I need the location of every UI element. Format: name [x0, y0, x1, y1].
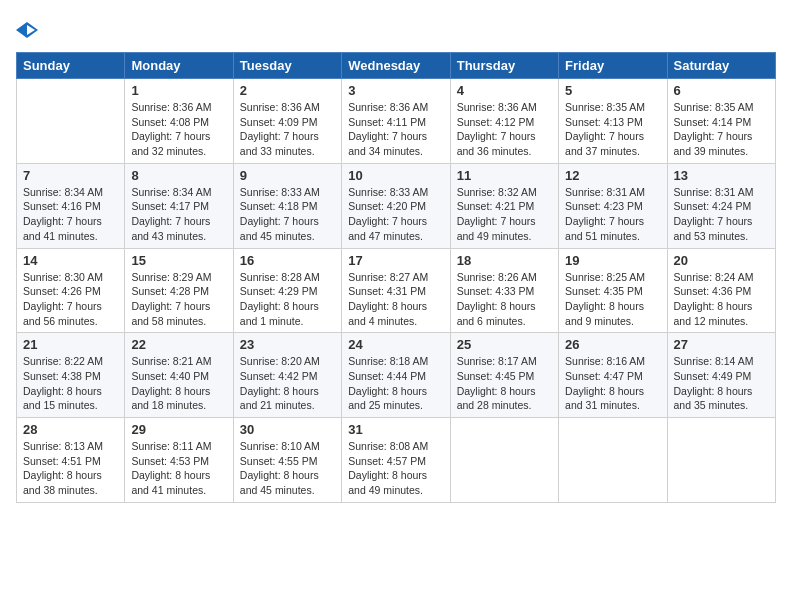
- calendar-cell: 23Sunrise: 8:20 AMSunset: 4:42 PMDayligh…: [233, 333, 341, 418]
- calendar-cell: 8Sunrise: 8:34 AMSunset: 4:17 PMDaylight…: [125, 163, 233, 248]
- logo: [16, 16, 38, 42]
- calendar-cell: 9Sunrise: 8:33 AMSunset: 4:18 PMDaylight…: [233, 163, 341, 248]
- day-number: 4: [457, 83, 552, 98]
- weekday-header-wednesday: Wednesday: [342, 53, 450, 79]
- day-info: Sunrise: 8:36 AMSunset: 4:09 PMDaylight:…: [240, 100, 335, 159]
- calendar-cell: 28Sunrise: 8:13 AMSunset: 4:51 PMDayligh…: [17, 418, 125, 503]
- calendar-cell: 30Sunrise: 8:10 AMSunset: 4:55 PMDayligh…: [233, 418, 341, 503]
- day-number: 24: [348, 337, 443, 352]
- calendar-cell: 2Sunrise: 8:36 AMSunset: 4:09 PMDaylight…: [233, 79, 341, 164]
- calendar-cell: 24Sunrise: 8:18 AMSunset: 4:44 PMDayligh…: [342, 333, 450, 418]
- calendar-cell: 31Sunrise: 8:08 AMSunset: 4:57 PMDayligh…: [342, 418, 450, 503]
- day-number: 3: [348, 83, 443, 98]
- day-number: 27: [674, 337, 769, 352]
- day-number: 21: [23, 337, 118, 352]
- day-info: Sunrise: 8:28 AMSunset: 4:29 PMDaylight:…: [240, 270, 335, 329]
- calendar-cell: [450, 418, 558, 503]
- day-number: 17: [348, 253, 443, 268]
- day-number: 19: [565, 253, 660, 268]
- day-number: 12: [565, 168, 660, 183]
- calendar-cell: 7Sunrise: 8:34 AMSunset: 4:16 PMDaylight…: [17, 163, 125, 248]
- day-info: Sunrise: 8:22 AMSunset: 4:38 PMDaylight:…: [23, 354, 118, 413]
- weekday-header-thursday: Thursday: [450, 53, 558, 79]
- day-info: Sunrise: 8:14 AMSunset: 4:49 PMDaylight:…: [674, 354, 769, 413]
- day-number: 31: [348, 422, 443, 437]
- calendar-cell: 27Sunrise: 8:14 AMSunset: 4:49 PMDayligh…: [667, 333, 775, 418]
- day-info: Sunrise: 8:20 AMSunset: 4:42 PMDaylight:…: [240, 354, 335, 413]
- calendar-week-row: 28Sunrise: 8:13 AMSunset: 4:51 PMDayligh…: [17, 418, 776, 503]
- weekday-header-saturday: Saturday: [667, 53, 775, 79]
- calendar-cell: 14Sunrise: 8:30 AMSunset: 4:26 PMDayligh…: [17, 248, 125, 333]
- calendar-cell: 3Sunrise: 8:36 AMSunset: 4:11 PMDaylight…: [342, 79, 450, 164]
- calendar-cell: 11Sunrise: 8:32 AMSunset: 4:21 PMDayligh…: [450, 163, 558, 248]
- calendar-cell: 20Sunrise: 8:24 AMSunset: 4:36 PMDayligh…: [667, 248, 775, 333]
- day-info: Sunrise: 8:33 AMSunset: 4:18 PMDaylight:…: [240, 185, 335, 244]
- day-info: Sunrise: 8:18 AMSunset: 4:44 PMDaylight:…: [348, 354, 443, 413]
- day-info: Sunrise: 8:08 AMSunset: 4:57 PMDaylight:…: [348, 439, 443, 498]
- day-info: Sunrise: 8:31 AMSunset: 4:24 PMDaylight:…: [674, 185, 769, 244]
- day-info: Sunrise: 8:11 AMSunset: 4:53 PMDaylight:…: [131, 439, 226, 498]
- weekday-header-friday: Friday: [559, 53, 667, 79]
- day-number: 9: [240, 168, 335, 183]
- day-number: 25: [457, 337, 552, 352]
- day-info: Sunrise: 8:36 AMSunset: 4:11 PMDaylight:…: [348, 100, 443, 159]
- calendar-cell: 18Sunrise: 8:26 AMSunset: 4:33 PMDayligh…: [450, 248, 558, 333]
- calendar-cell: 1Sunrise: 8:36 AMSunset: 4:08 PMDaylight…: [125, 79, 233, 164]
- day-number: 16: [240, 253, 335, 268]
- day-number: 11: [457, 168, 552, 183]
- day-number: 7: [23, 168, 118, 183]
- day-number: 10: [348, 168, 443, 183]
- calendar-cell: [667, 418, 775, 503]
- calendar-cell: 29Sunrise: 8:11 AMSunset: 4:53 PMDayligh…: [125, 418, 233, 503]
- day-info: Sunrise: 8:34 AMSunset: 4:16 PMDaylight:…: [23, 185, 118, 244]
- calendar-cell: 25Sunrise: 8:17 AMSunset: 4:45 PMDayligh…: [450, 333, 558, 418]
- logo-icon: [16, 22, 38, 38]
- day-info: Sunrise: 8:17 AMSunset: 4:45 PMDaylight:…: [457, 354, 552, 413]
- day-info: Sunrise: 8:10 AMSunset: 4:55 PMDaylight:…: [240, 439, 335, 498]
- calendar-cell: 5Sunrise: 8:35 AMSunset: 4:13 PMDaylight…: [559, 79, 667, 164]
- day-number: 14: [23, 253, 118, 268]
- day-info: Sunrise: 8:31 AMSunset: 4:23 PMDaylight:…: [565, 185, 660, 244]
- calendar-week-row: 14Sunrise: 8:30 AMSunset: 4:26 PMDayligh…: [17, 248, 776, 333]
- day-info: Sunrise: 8:33 AMSunset: 4:20 PMDaylight:…: [348, 185, 443, 244]
- day-number: 26: [565, 337, 660, 352]
- day-number: 13: [674, 168, 769, 183]
- calendar-cell: 26Sunrise: 8:16 AMSunset: 4:47 PMDayligh…: [559, 333, 667, 418]
- calendar-cell: 17Sunrise: 8:27 AMSunset: 4:31 PMDayligh…: [342, 248, 450, 333]
- day-info: Sunrise: 8:25 AMSunset: 4:35 PMDaylight:…: [565, 270, 660, 329]
- day-info: Sunrise: 8:35 AMSunset: 4:14 PMDaylight:…: [674, 100, 769, 159]
- day-number: 29: [131, 422, 226, 437]
- day-info: Sunrise: 8:21 AMSunset: 4:40 PMDaylight:…: [131, 354, 226, 413]
- day-number: 20: [674, 253, 769, 268]
- calendar-header-row: SundayMondayTuesdayWednesdayThursdayFrid…: [17, 53, 776, 79]
- day-info: Sunrise: 8:29 AMSunset: 4:28 PMDaylight:…: [131, 270, 226, 329]
- day-info: Sunrise: 8:34 AMSunset: 4:17 PMDaylight:…: [131, 185, 226, 244]
- day-number: 28: [23, 422, 118, 437]
- day-info: Sunrise: 8:36 AMSunset: 4:12 PMDaylight:…: [457, 100, 552, 159]
- weekday-header-monday: Monday: [125, 53, 233, 79]
- weekday-header-tuesday: Tuesday: [233, 53, 341, 79]
- calendar-cell: 15Sunrise: 8:29 AMSunset: 4:28 PMDayligh…: [125, 248, 233, 333]
- day-info: Sunrise: 8:36 AMSunset: 4:08 PMDaylight:…: [131, 100, 226, 159]
- day-info: Sunrise: 8:16 AMSunset: 4:47 PMDaylight:…: [565, 354, 660, 413]
- day-number: 22: [131, 337, 226, 352]
- calendar-week-row: 7Sunrise: 8:34 AMSunset: 4:16 PMDaylight…: [17, 163, 776, 248]
- calendar-table: SundayMondayTuesdayWednesdayThursdayFrid…: [16, 52, 776, 503]
- day-number: 23: [240, 337, 335, 352]
- calendar-cell: [559, 418, 667, 503]
- calendar-cell: 21Sunrise: 8:22 AMSunset: 4:38 PMDayligh…: [17, 333, 125, 418]
- day-number: 8: [131, 168, 226, 183]
- day-number: 15: [131, 253, 226, 268]
- calendar-cell: 6Sunrise: 8:35 AMSunset: 4:14 PMDaylight…: [667, 79, 775, 164]
- calendar-cell: 12Sunrise: 8:31 AMSunset: 4:23 PMDayligh…: [559, 163, 667, 248]
- calendar-week-row: 21Sunrise: 8:22 AMSunset: 4:38 PMDayligh…: [17, 333, 776, 418]
- calendar-week-row: 1Sunrise: 8:36 AMSunset: 4:08 PMDaylight…: [17, 79, 776, 164]
- day-info: Sunrise: 8:32 AMSunset: 4:21 PMDaylight:…: [457, 185, 552, 244]
- day-info: Sunrise: 8:30 AMSunset: 4:26 PMDaylight:…: [23, 270, 118, 329]
- day-number: 2: [240, 83, 335, 98]
- calendar-cell: 16Sunrise: 8:28 AMSunset: 4:29 PMDayligh…: [233, 248, 341, 333]
- calendar-cell: [17, 79, 125, 164]
- day-number: 5: [565, 83, 660, 98]
- calendar-cell: 13Sunrise: 8:31 AMSunset: 4:24 PMDayligh…: [667, 163, 775, 248]
- day-info: Sunrise: 8:13 AMSunset: 4:51 PMDaylight:…: [23, 439, 118, 498]
